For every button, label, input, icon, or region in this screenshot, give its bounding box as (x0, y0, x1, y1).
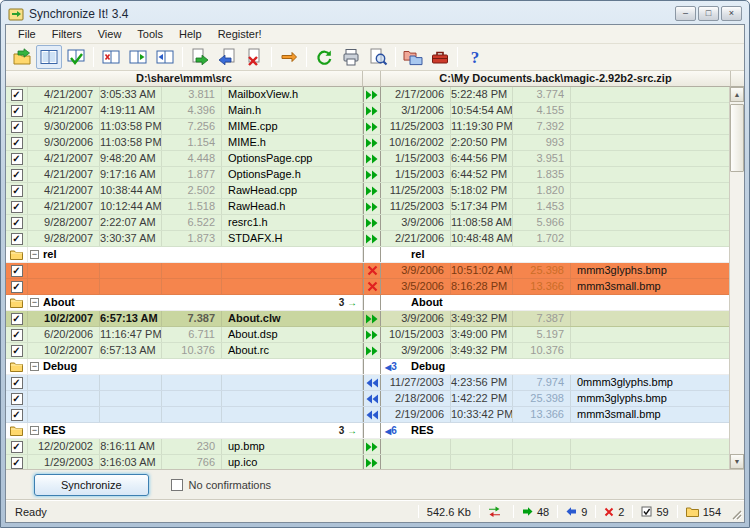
filter-newer-left-icon[interactable] (125, 45, 151, 69)
delete-file-icon[interactable] (241, 45, 267, 69)
file-row[interactable]: ✓9/28/20072:22:07 AM6.522resrc1.h3/9/200… (6, 215, 729, 231)
close-button[interactable]: × (721, 6, 742, 21)
row-checkbox[interactable]: ✓ (11, 265, 23, 277)
collapse-toggle-icon[interactable]: − (30, 250, 39, 259)
row-checkbox[interactable]: ✓ (11, 441, 23, 453)
copy-right-icon[interactable] (187, 45, 213, 69)
file-row[interactable]: ✓4/21/200710:12:44 AM1.518RawHead.h11/25… (6, 199, 729, 215)
status-copy-left-count-icon (566, 506, 577, 517)
collapse-toggle-icon[interactable]: − (30, 362, 39, 371)
menu-item-tools[interactable]: Tools (129, 26, 171, 42)
file-row[interactable]: ✓3/5/20068:16:28 PM13.366mmm3small.bmp (6, 279, 729, 295)
right-filename (571, 343, 729, 358)
row-checkbox[interactable]: ✓ (11, 377, 23, 389)
load-session-icon[interactable] (9, 45, 35, 69)
title-bar[interactable]: Synchronize It! 3.4 –□× (5, 3, 745, 24)
copy-left-count-badge: ◀6 (381, 423, 411, 438)
file-row[interactable]: ✓4/21/20079:48:20 AM4.448OptionsPage.cpp… (6, 151, 729, 167)
file-row[interactable]: ✓4/21/20073:05:33 AM3.811MailboxView.h2/… (6, 87, 729, 103)
refresh-icon[interactable] (311, 45, 337, 69)
file-row[interactable]: ✓9/30/200611:03:58 PM1.154MIME.h10/16/20… (6, 135, 729, 151)
right-date: 2/21/2006 (381, 231, 451, 246)
show-selected-files-icon[interactable] (63, 45, 89, 69)
maximize-button[interactable]: □ (698, 6, 719, 21)
folder-row[interactable]: −relrel (6, 247, 729, 263)
row-checkbox[interactable]: ✓ (11, 409, 23, 421)
file-row[interactable]: ✓4/21/200710:38:44 AM2.502RawHead.cpp11/… (6, 183, 729, 199)
show-all-files-icon[interactable] (36, 45, 62, 69)
left-filename: OptionsPage.h (222, 167, 363, 182)
scroll-thumb[interactable] (730, 104, 744, 172)
folder-row[interactable]: −About3 →About (6, 295, 729, 311)
file-row[interactable]: ✓10/2/20076:57:13 AM10.376About.rc3/9/20… (6, 343, 729, 359)
row-checkbox[interactable]: ✓ (11, 185, 23, 197)
file-row[interactable]: ✓1/29/20033:16:03 AM766up.ico (6, 455, 729, 469)
row-checkbox[interactable]: ✓ (11, 153, 23, 165)
file-row[interactable]: ✓4/21/20074:19:11 AM4.396Main.h3/1/20061… (6, 103, 729, 119)
row-checkbox[interactable]: ✓ (11, 345, 23, 357)
row-checkbox[interactable]: ✓ (11, 233, 23, 245)
menu-item-filters[interactable]: Filters (44, 26, 90, 42)
file-row[interactable]: ✓6/20/200611:16:47 PM6.711About.dsp10/15… (6, 327, 729, 343)
folder-row[interactable]: −Debug◀3Debug (6, 359, 729, 375)
folder-row[interactable]: −RES3 →◀6RES (6, 423, 729, 439)
row-checkbox[interactable]: ✓ (11, 105, 23, 117)
left-date: 10/2/2007 (28, 343, 100, 358)
preview-icon[interactable] (365, 45, 391, 69)
row-checkbox[interactable]: ✓ (11, 89, 23, 101)
scroll-up-icon[interactable]: ▲ (730, 87, 744, 102)
left-filename: up.ico (222, 455, 363, 469)
left-size (162, 375, 222, 390)
checkbox-box[interactable] (171, 479, 183, 491)
row-checkbox[interactable]: ✓ (11, 329, 23, 341)
no-confirmations-checkbox[interactable]: No confirmations (171, 479, 272, 491)
filter-newer-right-icon[interactable] (152, 45, 178, 69)
file-row[interactable]: ✓4/21/20079:17:16 AM1.877OptionsPage.h1/… (6, 167, 729, 183)
row-checkbox[interactable]: ✓ (11, 201, 23, 213)
row-checkbox[interactable]: ✓ (11, 169, 23, 181)
menu-item-help[interactable]: Help (171, 26, 210, 42)
left-filename (222, 279, 363, 294)
print-icon[interactable] (338, 45, 364, 69)
left-size: 10.376 (162, 343, 222, 358)
left-time (100, 263, 162, 278)
file-row[interactable]: ✓2/19/200610:33:42 PM13.366mmm3small.bmp (6, 407, 729, 423)
file-row[interactable]: ✓12/20/20028:16:11 AM230up.bmp (6, 439, 729, 455)
right-panel-header[interactable]: C:\My Documents.back\magic-2.92b2-src.zi… (381, 71, 731, 87)
file-row[interactable]: ✓2/18/20061:42:22 PM25.398mmm3glyphs.bmp (6, 391, 729, 407)
row-checkbox[interactable]: ✓ (11, 217, 23, 229)
row-checkbox[interactable]: ✓ (11, 457, 23, 469)
action-copy-right-icon (363, 151, 381, 166)
row-checkbox[interactable]: ✓ (11, 393, 23, 405)
synchronize-button[interactable]: Synchronize (34, 474, 149, 496)
right-date: 3/9/2006 (381, 311, 451, 326)
collapse-toggle-icon[interactable]: − (30, 298, 39, 307)
scroll-down-icon[interactable]: ▼ (730, 454, 744, 469)
options-icon[interactable] (427, 45, 453, 69)
file-row[interactable]: ✓9/30/200611:03:58 PM7.256MIME.cpp11/25/… (6, 119, 729, 135)
row-checkbox[interactable]: ✓ (11, 137, 23, 149)
menu-item-register[interactable]: Register! (210, 26, 270, 42)
left-filename (222, 375, 363, 390)
collapse-toggle-icon[interactable]: − (30, 426, 39, 435)
row-checkbox[interactable]: ✓ (11, 281, 23, 293)
file-row[interactable]: ✓10/2/20076:57:13 AM7.387About.clw3/9/20… (6, 311, 729, 327)
file-row[interactable]: ✓11/27/20034:23:56 PM7.9740mmm3glyphs.bm… (6, 375, 729, 391)
minimize-button[interactable]: – (675, 6, 696, 21)
left-panel-header[interactable]: D:\share\mmm\src (6, 71, 363, 87)
row-checkbox[interactable]: ✓ (11, 121, 23, 133)
vertical-scrollbar[interactable]: ▲ ▼ (729, 87, 744, 469)
compare-folders-icon[interactable] (400, 45, 426, 69)
menu-item-file[interactable]: File (10, 26, 44, 42)
right-date: 10/16/2002 (381, 135, 451, 150)
help-icon[interactable]: ? (462, 45, 488, 69)
filter-identical-icon[interactable] (98, 45, 124, 69)
status-folders-count: 154 (679, 506, 728, 518)
file-row[interactable]: ✓9/28/20073:30:37 AM1.873STDAFX.H2/21/20… (6, 231, 729, 247)
swap-panels-icon[interactable] (276, 45, 302, 69)
menu-item-view[interactable]: View (90, 26, 130, 42)
resize-grip[interactable] (729, 507, 742, 520)
copy-left-icon[interactable] (214, 45, 240, 69)
file-row[interactable]: ✓3/9/200610:51:02 AM25.398mmm3glyphs.bmp (6, 263, 729, 279)
row-checkbox[interactable]: ✓ (11, 313, 23, 325)
